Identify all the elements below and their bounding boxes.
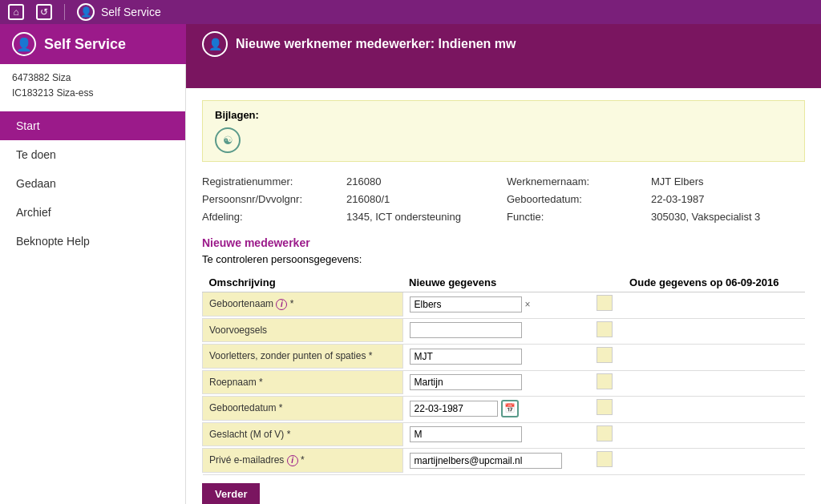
functie-value: 305030, Vakspecialist 3 [651,209,805,224]
table-row: Voorvoegsels [203,318,806,342]
table-row: Roepnaam * [203,370,806,394]
geboortenaam-input[interactable] [410,296,522,312]
roepnaam-input[interactable] [410,374,522,390]
field-input-cell-geboortedatum: 📅 [402,397,590,421]
user-line1: 6473882 Siza [12,71,173,86]
info-grid: Registratienummer: 216080 Werknemernaam:… [202,174,805,224]
table-row: Voorletters, zonder punten of spaties * [203,345,806,369]
reg-label: Registratienummer: [202,174,346,189]
field-label-geslacht: Geslacht (M of V) * [203,422,403,446]
title-icon: 👤 [202,31,228,57]
werknemer-value: MJT Elbers [651,174,805,189]
voorvoegsels-input[interactable] [410,322,522,338]
bijlagen-icon[interactable]: ☯ [215,127,241,153]
sidebar-item-beknopte-help[interactable]: Beknopte Help [0,227,185,256]
old-val-box-roepnaam [597,373,613,389]
field-label-geboortenaam: Geboortenaam i * [203,292,403,317]
field-label-roepnaam: Roepnaam * [203,370,403,394]
geboortenaam-clear-btn[interactable]: × [525,299,531,310]
sidebar-user: 6473882 Siza IC183213 Siza-ess [0,64,185,107]
refresh-icon[interactable]: ↺ [36,4,52,20]
field-input-cell-roepnaam [402,370,590,394]
col-header-leeg [590,273,623,292]
table-row: Geboortenaam i * × [203,292,806,317]
brand-icon: 👤 [12,32,36,56]
sidebar-item-archief[interactable]: Archief [0,198,185,227]
table-row-divider [203,472,806,474]
col-header-omschrijving: Omschrijving [203,273,403,292]
afdeling-value: 1345, ICT ondersteuning [346,209,507,224]
table-row: Privé e-mailadres i * [203,449,806,473]
geboortedatum-input[interactable] [410,401,498,417]
field-input-cell-geslacht [402,422,590,446]
user-line2: IC183213 Siza-ess [12,86,173,101]
old-val-box-geboortenaam [597,295,613,311]
sidebar-item-start[interactable]: Start [0,111,185,140]
top-bar: ⌂ ↺ 👤 Self Service [0,0,821,24]
brand-title: Self Service [44,36,126,53]
bijlagen-title: Bijlagen: [215,109,792,121]
field-label-voorvoegsels: Voorvoegsels [203,318,403,342]
old-val-box-geslacht [597,425,613,442]
reg-value: 216080 [346,174,507,189]
calendar-icon[interactable]: 📅 [501,400,519,417]
main-content: Bijlagen: ☯ Registratienummer: 216080 We… [186,64,821,504]
section-subtitle: Te controleren persoonsgegevens: [202,253,805,265]
geboortenaam-input-wrapper: × [410,296,584,312]
field-input-cell-voorletters [402,345,590,369]
purple-bar [186,64,821,88]
info-icon-email: i [287,455,298,466]
top-user-icon: 👤 [77,3,95,21]
functie-label: Functie: [507,209,651,224]
geboortedatum-label: Geboortedatum: [507,192,651,207]
header-title-area: 👤 Nieuwe werknemer medewerker: Indienen … [186,24,821,64]
sidebar: 6473882 Siza IC183213 Siza-ess Start Te … [0,64,186,504]
table-row: Geslacht (M of V) * [203,422,806,446]
page-title: Nieuwe werknemer medewerker: Indienen mw [236,37,516,51]
section-title: Nieuwe medewerker [202,236,805,249]
old-val-box-geboortedatum [597,399,613,415]
field-input-cell-voorvoegsels [402,318,590,342]
email-input[interactable] [410,453,562,469]
home-icon[interactable]: ⌂ [8,4,24,20]
main-layout: 6473882 Siza IC183213 Siza-ess Start Te … [0,64,821,504]
sidebar-item-te-doen[interactable]: Te doen [0,140,185,169]
werknemer-label: Werknemernaam: [507,174,651,189]
persoon-label: Persoonsnr/Dvvolgnr: [202,192,346,207]
bijlagen-section: Bijlagen: ☯ [202,100,805,162]
field-label-geboortedatum-field: Geboortedatum * [203,397,403,421]
old-val-box-voorletters [597,347,613,363]
sidebar-item-gedaan[interactable]: Gedaan [0,169,185,198]
verder-button[interactable]: Verder [202,483,260,505]
info-icon-geboortenaam: i [276,299,287,310]
col-header-oude: Oude gegevens op 06-09-2016 [623,273,805,292]
field-label-email: Privé e-mailadres i * [203,449,403,473]
header: 👤 Self Service 👤 Nieuwe werknemer medewe… [0,24,821,64]
form-table: Omschrijving Nieuwe gegevens Oude gegeve… [202,273,805,475]
field-input-cell-geboortenaam: × [402,292,590,317]
top-bar-divider [64,4,65,20]
old-val-box-email [597,451,613,467]
sidebar-nav: Start Te doen Gedaan Archief Beknopte He… [0,111,185,256]
voorletters-input[interactable] [410,349,522,365]
field-label-voorletters: Voorletters, zonder punten of spaties * [203,345,403,369]
geslacht-input[interactable] [410,426,522,442]
old-val-box-voorvoegsels [597,321,613,337]
table-row: Geboortedatum * 📅 [203,397,806,421]
content-area: Bijlagen: ☯ Registratienummer: 216080 We… [186,88,821,504]
field-input-cell-email [402,449,590,473]
geboortedatum-value: 22-03-1987 [651,192,805,207]
header-brand: 👤 Self Service [0,24,186,64]
persoon-value: 216080/1 [346,192,507,207]
top-brand-label: Self Service [101,6,161,18]
col-header-nieuwe: Nieuwe gegevens [402,273,590,292]
afdeling-label: Afdeling: [202,209,346,224]
